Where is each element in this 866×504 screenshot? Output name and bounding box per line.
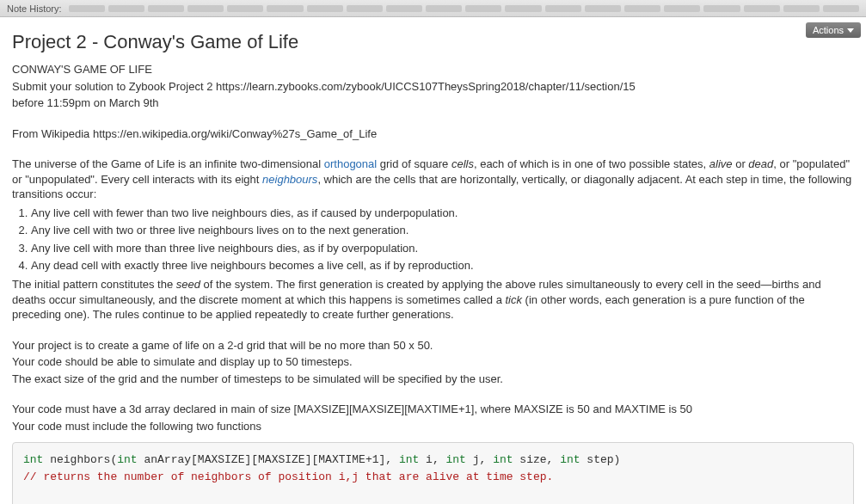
history-seg[interactable] [783,5,820,12]
rule-item: Any live cell with two or three live nei… [31,223,854,238]
history-seg[interactable] [624,5,660,12]
history-seg[interactable] [148,5,184,12]
note-history-bar: Note History: [0,0,866,17]
neighbours-link[interactable]: neighbours [262,173,317,186]
history-seg[interactable] [505,5,541,12]
deadline: before 11:59pm on March 9th [12,95,854,111]
code-block: int neighbors(int anArray[MAXSIZE][MAXSI… [12,442,854,504]
orthogonal-link[interactable]: orthogonal [324,157,377,170]
history-seg[interactable] [386,5,422,12]
subtitle: CONWAY'S GAME OF LIFE [12,62,854,77]
seed-paragraph: The initial pattern constitutes the seed… [12,277,854,323]
wikipedia-source: From Wikipedia https://en.wikipedia.org/… [12,126,854,142]
requirement-line: Your code must have a 3d array declared … [12,402,854,417]
project-line: The exact size of the grid and the numbe… [12,372,854,387]
history-timeline[interactable] [69,4,859,13]
dead-term: dead [748,157,773,170]
rules-list: Any live cell with fewer than two live n… [31,206,854,274]
page-title: Project 2 - Conway's Game of Life [12,31,854,53]
project-line: Your project is to create a game of life… [12,338,854,353]
submit-line: Submit your solution to Zybook Project 2… [12,79,854,95]
history-seg[interactable] [267,5,303,12]
tick-term: tick [506,293,523,306]
history-seg[interactable] [545,5,581,12]
history-seg[interactable] [187,5,224,12]
history-seg[interactable] [823,5,859,12]
history-seg[interactable] [744,5,780,12]
history-seg[interactable] [108,5,144,12]
actions-label: Actions [813,25,844,35]
history-seg[interactable] [69,5,105,12]
chevron-down-icon [847,28,854,33]
actions-button[interactable]: Actions [806,22,861,38]
alive-term: alive [709,157,733,170]
cells-term: cells [451,157,474,170]
rule-item: Any live cell with fewer than two live n… [31,206,854,221]
history-seg[interactable] [426,5,462,12]
requirement-line: Your code must include the following two… [12,419,854,434]
history-seg[interactable] [664,5,700,12]
note-history-label: Note History: [7,3,62,14]
history-seg[interactable] [585,5,621,12]
seed-term: seed [176,278,200,291]
description-paragraph: The universe of the Game of Life is an i… [12,157,854,202]
history-seg[interactable] [703,5,740,12]
history-seg[interactable] [465,5,501,12]
project-line: Your code should be able to simulate and… [12,354,854,370]
history-seg[interactable] [307,5,343,12]
rule-item: Any dead cell with exactly three live ne… [31,258,854,274]
history-seg[interactable] [227,5,263,12]
history-seg[interactable] [347,5,383,12]
rule-item: Any live cell with more than three live … [31,241,854,256]
content: Actions Project 2 - Conway's Game of Lif… [0,17,866,504]
